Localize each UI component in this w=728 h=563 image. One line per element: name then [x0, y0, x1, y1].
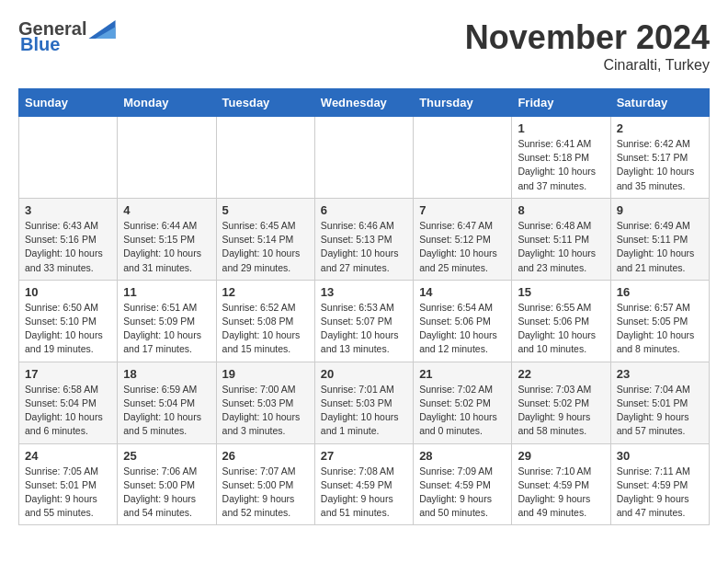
calendar-cell: 9Sunrise: 6:49 AMSunset: 5:11 PMDaylight… — [610, 198, 709, 280]
calendar-week-2: 3Sunrise: 6:43 AMSunset: 5:16 PMDaylight… — [19, 198, 710, 280]
calendar-week-4: 17Sunrise: 6:58 AMSunset: 5:04 PMDayligh… — [19, 362, 710, 443]
calendar-cell — [314, 117, 413, 199]
location-subtitle: Cinaralti, Turkey — [465, 57, 710, 74]
day-number: 22 — [518, 367, 604, 381]
calendar-week-5: 24Sunrise: 7:05 AMSunset: 5:01 PMDayligh… — [19, 443, 710, 525]
calendar-cell: 3Sunrise: 6:43 AMSunset: 5:16 PMDaylight… — [19, 198, 118, 280]
day-info: Sunrise: 6:45 AMSunset: 5:14 PMDaylight:… — [222, 219, 309, 275]
day-number: 19 — [222, 367, 309, 381]
day-number: 14 — [419, 285, 506, 299]
day-info: Sunrise: 7:00 AMSunset: 5:03 PMDaylight:… — [222, 383, 309, 439]
calendar-cell — [118, 117, 216, 199]
calendar-cell — [414, 117, 512, 199]
col-wednesday: Wednesday — [314, 89, 413, 117]
day-number: 23 — [617, 367, 703, 381]
day-info: Sunrise: 7:09 AMSunset: 4:59 PMDaylight:… — [419, 465, 506, 521]
day-number: 25 — [123, 449, 210, 463]
day-number: 12 — [222, 285, 309, 299]
col-monday: Monday — [118, 89, 216, 117]
calendar-table: Sunday Monday Tuesday Wednesday Thursday… — [18, 88, 710, 525]
day-number: 4 — [123, 203, 210, 217]
day-info: Sunrise: 6:55 AMSunset: 5:06 PMDaylight:… — [518, 301, 604, 357]
col-tuesday: Tuesday — [216, 89, 314, 117]
day-number: 30 — [617, 449, 703, 463]
logo-blue: Blue — [20, 34, 60, 55]
day-info: Sunrise: 6:51 AMSunset: 5:09 PMDaylight:… — [123, 301, 210, 357]
day-number: 27 — [321, 449, 407, 463]
day-info: Sunrise: 7:03 AMSunset: 5:02 PMDaylight:… — [518, 383, 604, 439]
day-number: 18 — [123, 367, 210, 381]
day-number: 10 — [25, 285, 111, 299]
day-number: 15 — [518, 285, 604, 299]
calendar-cell: 22Sunrise: 7:03 AMSunset: 5:02 PMDayligh… — [512, 362, 610, 443]
calendar-cell: 30Sunrise: 7:11 AMSunset: 4:59 PMDayligh… — [610, 443, 709, 525]
day-info: Sunrise: 6:41 AMSunset: 5:18 PMDaylight:… — [518, 137, 604, 193]
day-info: Sunrise: 6:53 AMSunset: 5:07 PMDaylight:… — [321, 301, 407, 357]
day-number: 17 — [25, 367, 111, 381]
day-number: 5 — [222, 203, 309, 217]
day-info: Sunrise: 7:07 AMSunset: 5:00 PMDaylight:… — [222, 465, 309, 521]
calendar-cell — [19, 117, 118, 199]
day-info: Sunrise: 6:42 AMSunset: 5:17 PMDaylight:… — [617, 137, 703, 193]
calendar-cell: 21Sunrise: 7:02 AMSunset: 5:02 PMDayligh… — [414, 362, 512, 443]
logo-icon — [88, 20, 116, 39]
day-info: Sunrise: 7:08 AMSunset: 4:59 PMDaylight:… — [321, 465, 407, 521]
calendar-cell: 16Sunrise: 6:57 AMSunset: 5:05 PMDayligh… — [610, 280, 709, 362]
calendar-cell: 27Sunrise: 7:08 AMSunset: 4:59 PMDayligh… — [314, 443, 413, 525]
day-info: Sunrise: 6:47 AMSunset: 5:12 PMDaylight:… — [419, 219, 506, 275]
calendar-cell: 14Sunrise: 6:54 AMSunset: 5:06 PMDayligh… — [414, 280, 512, 362]
calendar-cell: 12Sunrise: 6:52 AMSunset: 5:08 PMDayligh… — [216, 280, 314, 362]
calendar-cell: 10Sunrise: 6:50 AMSunset: 5:10 PMDayligh… — [19, 280, 118, 362]
day-number: 3 — [25, 203, 111, 217]
day-info: Sunrise: 7:01 AMSunset: 5:03 PMDaylight:… — [321, 383, 407, 439]
day-number: 11 — [123, 285, 210, 299]
col-sunday: Sunday — [19, 89, 118, 117]
calendar-week-1: 1Sunrise: 6:41 AMSunset: 5:18 PMDaylight… — [19, 117, 710, 199]
day-info: Sunrise: 6:54 AMSunset: 5:06 PMDaylight:… — [419, 301, 506, 357]
day-info: Sunrise: 6:59 AMSunset: 5:04 PMDaylight:… — [123, 383, 210, 439]
day-number: 24 — [25, 449, 111, 463]
title-block: November 2024 Cinaralti, Turkey — [465, 18, 710, 74]
header-row: Sunday Monday Tuesday Wednesday Thursday… — [19, 89, 710, 117]
day-number: 7 — [419, 203, 506, 217]
col-friday: Friday — [512, 89, 610, 117]
month-title: November 2024 — [465, 18, 710, 57]
day-info: Sunrise: 7:02 AMSunset: 5:02 PMDaylight:… — [419, 383, 506, 439]
day-info: Sunrise: 7:06 AMSunset: 5:00 PMDaylight:… — [123, 465, 210, 521]
day-info: Sunrise: 6:44 AMSunset: 5:15 PMDaylight:… — [123, 219, 210, 275]
day-number: 26 — [222, 449, 309, 463]
calendar-cell: 25Sunrise: 7:06 AMSunset: 5:00 PMDayligh… — [118, 443, 216, 525]
calendar-cell: 5Sunrise: 6:45 AMSunset: 5:14 PMDaylight… — [216, 198, 314, 280]
calendar-cell: 26Sunrise: 7:07 AMSunset: 5:00 PMDayligh… — [216, 443, 314, 525]
calendar-cell: 24Sunrise: 7:05 AMSunset: 5:01 PMDayligh… — [19, 443, 118, 525]
day-info: Sunrise: 7:04 AMSunset: 5:01 PMDaylight:… — [617, 383, 703, 439]
day-number: 6 — [321, 203, 407, 217]
calendar-cell: 23Sunrise: 7:04 AMSunset: 5:01 PMDayligh… — [610, 362, 709, 443]
calendar-cell: 11Sunrise: 6:51 AMSunset: 5:09 PMDayligh… — [118, 280, 216, 362]
calendar-cell: 17Sunrise: 6:58 AMSunset: 5:04 PMDayligh… — [19, 362, 118, 443]
day-info: Sunrise: 6:49 AMSunset: 5:11 PMDaylight:… — [617, 219, 703, 275]
day-info: Sunrise: 7:10 AMSunset: 4:59 PMDaylight:… — [518, 465, 604, 521]
day-info: Sunrise: 6:57 AMSunset: 5:05 PMDaylight:… — [617, 301, 703, 357]
calendar-cell: 7Sunrise: 6:47 AMSunset: 5:12 PMDaylight… — [414, 198, 512, 280]
day-info: Sunrise: 6:52 AMSunset: 5:08 PMDaylight:… — [222, 301, 309, 357]
day-number: 20 — [321, 367, 407, 381]
day-info: Sunrise: 6:58 AMSunset: 5:04 PMDaylight:… — [25, 383, 111, 439]
calendar-cell: 29Sunrise: 7:10 AMSunset: 4:59 PMDayligh… — [512, 443, 610, 525]
calendar-cell: 13Sunrise: 6:53 AMSunset: 5:07 PMDayligh… — [314, 280, 413, 362]
day-number: 16 — [617, 285, 703, 299]
day-info: Sunrise: 6:48 AMSunset: 5:11 PMDaylight:… — [518, 219, 604, 275]
calendar-cell: 1Sunrise: 6:41 AMSunset: 5:18 PMDaylight… — [512, 117, 610, 199]
day-info: Sunrise: 6:43 AMSunset: 5:16 PMDaylight:… — [25, 219, 111, 275]
day-number: 21 — [419, 367, 506, 381]
day-info: Sunrise: 6:46 AMSunset: 5:13 PMDaylight:… — [321, 219, 407, 275]
calendar-cell: 20Sunrise: 7:01 AMSunset: 5:03 PMDayligh… — [314, 362, 413, 443]
col-saturday: Saturday — [610, 89, 709, 117]
day-number: 28 — [419, 449, 506, 463]
calendar-cell: 8Sunrise: 6:48 AMSunset: 5:11 PMDaylight… — [512, 198, 610, 280]
calendar-cell: 6Sunrise: 6:46 AMSunset: 5:13 PMDaylight… — [314, 198, 413, 280]
col-thursday: Thursday — [414, 89, 512, 117]
calendar-cell: 2Sunrise: 6:42 AMSunset: 5:17 PMDaylight… — [610, 117, 709, 199]
calendar-cell: 19Sunrise: 7:00 AMSunset: 5:03 PMDayligh… — [216, 362, 314, 443]
calendar-week-3: 10Sunrise: 6:50 AMSunset: 5:10 PMDayligh… — [19, 280, 710, 362]
